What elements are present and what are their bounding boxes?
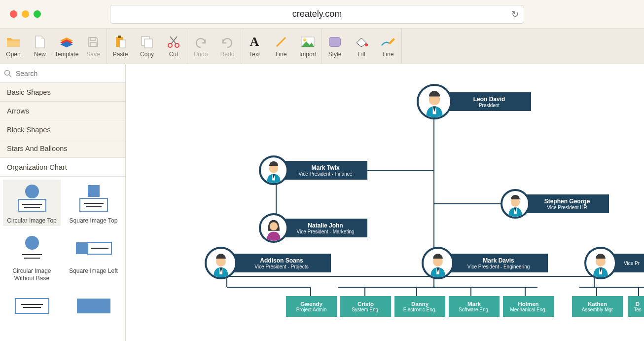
svg-rect-4 xyxy=(90,42,96,46)
org-node-vp-partial[interactable]: Vice Pr xyxy=(584,247,644,279)
shape-preview-icon xyxy=(11,232,53,265)
svg-point-18 xyxy=(25,185,39,198)
svg-rect-32 xyxy=(15,299,49,313)
svg-rect-23 xyxy=(80,198,107,211)
org-label: Addison Soans Vice President - Projects xyxy=(232,254,331,272)
style-icon xyxy=(327,35,342,49)
cut-button[interactable]: Cut xyxy=(160,29,187,64)
paste-button[interactable]: Paste xyxy=(107,29,134,64)
org-box-gwendy[interactable]: Gwendy Project Admin xyxy=(286,296,337,317)
text-icon: A xyxy=(247,35,262,49)
shape-extra-1[interactable] xyxy=(3,288,61,327)
fill-button[interactable]: Fill xyxy=(348,29,375,64)
org-node-vp-projects[interactable]: Addison Soans Vice President - Projects xyxy=(205,247,331,279)
org-box-danny[interactable]: Danny Electronic Eng. xyxy=(394,296,445,317)
shape-preview-icon xyxy=(73,232,114,265)
org-node-vp-hr[interactable]: Stephen George Vice President HR xyxy=(501,189,609,219)
window-minimize-button[interactable] xyxy=(22,10,29,18)
org-node-president[interactable]: Leon David President xyxy=(417,84,531,119)
avatar-icon xyxy=(501,189,530,219)
import-button[interactable]: Import xyxy=(294,29,321,64)
svg-rect-29 xyxy=(76,242,88,254)
save-button[interactable]: Save xyxy=(80,29,107,64)
shape-square-image-left[interactable]: Square Image Left xyxy=(65,230,122,284)
shape-circular-image-top[interactable]: Circular Image Top xyxy=(3,180,61,226)
sidebar-cat-basic-shapes[interactable]: Basic Shapes xyxy=(0,83,125,102)
sidebar-cat-arrows[interactable]: Arrows xyxy=(0,102,125,120)
avatar-icon xyxy=(422,247,454,279)
line-icon xyxy=(274,35,288,49)
org-label: Stephen George Vice President HR xyxy=(525,194,609,213)
org-label: Leon David President xyxy=(447,92,531,111)
sidebar-cat-block-shapes[interactable]: Block Shapes xyxy=(0,120,125,139)
search-wrap xyxy=(0,64,125,83)
sidebar-cat-stars-balloons[interactable]: Stars And Balloons xyxy=(0,139,125,158)
avatar-icon xyxy=(259,213,288,243)
shapes-grid: Circular Image Top Square Image Top Circ… xyxy=(0,177,125,341)
new-button[interactable]: New xyxy=(27,29,53,64)
image-icon xyxy=(300,35,315,49)
undo-button[interactable]: Undo xyxy=(187,29,214,64)
sidebar: Basic Shapes Arrows Block Shapes Stars A… xyxy=(0,64,126,341)
org-node-vp-marketing[interactable]: Natalie John Vice President - Marketing xyxy=(259,213,367,243)
svg-rect-7 xyxy=(120,40,126,48)
shape-preview-icon xyxy=(11,290,53,322)
folder-icon xyxy=(6,35,21,49)
shape-preview-icon xyxy=(73,290,114,322)
style-button[interactable]: Style xyxy=(322,29,348,64)
svg-point-16 xyxy=(5,70,10,75)
undo-icon xyxy=(193,35,208,49)
svg-rect-22 xyxy=(88,185,100,197)
org-box-cristo[interactable]: Cristo System Eng. xyxy=(340,296,391,317)
window-zoom-button[interactable] xyxy=(34,10,41,18)
url-text: creately.com xyxy=(292,9,342,19)
org-label: Mark Twix Vice President - Finance xyxy=(284,161,367,180)
avatar-icon xyxy=(584,247,617,279)
browser-chrome: creately.com ↻ xyxy=(0,0,644,29)
avatar-icon xyxy=(259,155,288,185)
file-icon xyxy=(33,35,47,49)
org-node-vp-finance[interactable]: Mark Twix Vice President - Finance xyxy=(259,155,367,185)
redo-button[interactable]: Redo xyxy=(214,29,241,64)
svg-line-17 xyxy=(9,75,12,77)
shape-square-image-top[interactable]: Square Image Top xyxy=(65,180,122,226)
template-button[interactable]: Template xyxy=(53,29,80,64)
org-node-vp-engineering[interactable]: Mark Davis Vice President - Engineering xyxy=(422,247,548,279)
search-icon xyxy=(4,70,12,77)
org-label: Mark Davis Vice President - Engineering xyxy=(449,254,548,272)
shape-extra-2[interactable] xyxy=(65,288,122,327)
search-input[interactable] xyxy=(16,70,121,77)
svg-point-26 xyxy=(25,236,39,250)
org-box-holmen[interactable]: Holmen Mechanical Eng. xyxy=(503,296,554,317)
shape-preview-icon xyxy=(11,182,53,214)
fill-icon xyxy=(354,35,369,49)
refresh-icon[interactable]: ↻ xyxy=(511,9,519,20)
org-box-partial[interactable]: D Tes xyxy=(628,296,644,317)
svg-point-15 xyxy=(365,43,368,46)
open-button[interactable]: Open xyxy=(0,29,27,64)
svg-rect-3 xyxy=(90,38,95,40)
svg-rect-19 xyxy=(18,199,46,211)
cut-icon xyxy=(166,35,181,49)
line-button[interactable]: Line xyxy=(268,29,294,64)
save-icon xyxy=(86,35,101,49)
toolbar: Open New Template Save Paste xyxy=(0,29,644,64)
pencil-icon xyxy=(381,35,395,49)
shape-preview-icon xyxy=(73,182,114,214)
shape-circular-image-no-base[interactable]: Circular Image Without Base xyxy=(3,230,61,284)
org-box-mark[interactable]: Mark Software Eng. xyxy=(449,296,500,317)
copy-icon xyxy=(140,35,154,49)
copy-button[interactable]: Copy xyxy=(134,29,160,64)
svg-rect-9 xyxy=(144,39,152,48)
org-label: Natalie John Vice President - Marketing xyxy=(284,219,367,237)
canvas[interactable]: Leon David President Mark Twix Vice Pres… xyxy=(126,64,644,341)
text-button[interactable]: A Text xyxy=(241,29,268,64)
sidebar-cat-org-chart[interactable]: Organization Chart xyxy=(0,158,125,177)
org-box-kathen[interactable]: Kathen Assembly Mgr xyxy=(572,296,623,317)
avatar-icon xyxy=(417,84,452,119)
avatar-icon xyxy=(205,247,237,279)
svg-rect-6 xyxy=(118,36,121,38)
line-style-button[interactable]: Line xyxy=(375,29,401,64)
window-close-button[interactable] xyxy=(10,10,17,18)
url-bar[interactable]: creately.com ↻ xyxy=(110,5,524,24)
